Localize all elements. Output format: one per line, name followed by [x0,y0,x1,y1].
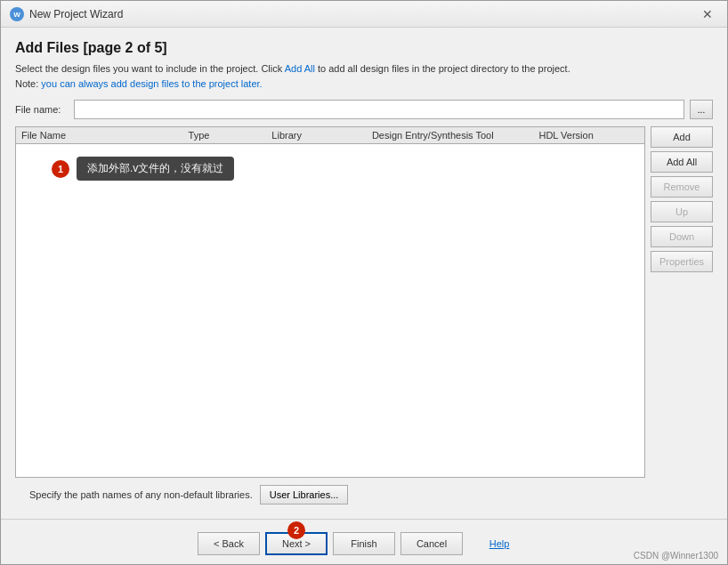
add-button[interactable]: Add [651,126,713,148]
finish-button[interactable]: Finish [333,532,395,555]
sidebar-buttons: Add Add All Remove Up Down Properties [651,126,713,478]
table-header: File Name Type Library Design Entry/Synt… [16,127,644,144]
file-label: File name: [15,104,69,115]
user-libraries-button[interactable]: User Libraries... [260,485,349,504]
col-type: Type [189,130,272,141]
watermark: CSDN @Winner1300 [634,551,718,561]
desc-line2-highlight: you can always add design files to the p… [41,78,262,89]
footer: < Back 2 Next > Finish Cancel Help CSDN … [1,527,727,564]
up-button[interactable]: Up [651,201,713,222]
add-all-button[interactable]: Add All [651,151,713,173]
help-button[interactable]: Help [468,532,530,555]
new-project-wizard-dialog: W New Project Wizard ✕ Add Files [page 2… [0,0,728,565]
dialog-title: New Project Wizard [29,8,123,20]
footer-divider [1,519,727,520]
back-button[interactable]: < Back [198,532,260,555]
properties-button[interactable]: Properties [651,251,713,272]
annotation-1: 1 添加外部.v文件的，没有就过 [52,157,234,181]
file-name-row: File name: ... [15,100,713,119]
svg-text:W: W [13,11,20,19]
bottom-text: Specify the path names of any non-defaul… [29,489,253,500]
remove-button[interactable]: Remove [651,176,713,198]
bottom-bar: Specify the path names of any non-defaul… [15,478,713,510]
browse-button[interactable]: ... [690,100,713,119]
titlebar-left: W New Project Wizard [10,7,123,21]
file-input[interactable] [74,100,684,119]
description: Select the design files you want to incl… [15,61,713,91]
annotation-tooltip: 添加外部.v文件的，没有就过 [77,157,234,181]
main-area: File Name Type Library Design Entry/Synt… [15,126,713,478]
col-library: Library [271,130,372,141]
next-badge: 2 [287,521,305,539]
dialog-content: Add Files [page 2 of 5] Select the desig… [1,28,727,519]
col-design: Design Entry/Synthesis Tool [372,130,539,141]
desc-line1: Select the design files you want to incl… [15,63,285,74]
annotation-badge-1: 1 [52,160,69,178]
desc-highlight: Add All [285,63,315,74]
desc-line1-end: to add all design files in the project d… [315,63,570,74]
titlebar: W New Project Wizard ✕ [1,1,727,28]
table-body: 1 添加外部.v文件的，没有就过 [16,144,644,477]
wizard-icon: W [10,7,24,21]
next-btn-wrapper: 2 Next > [265,532,328,555]
down-button[interactable]: Down [651,226,713,247]
col-filename: File Name [21,130,189,141]
cancel-button[interactable]: Cancel [400,532,463,555]
close-button[interactable]: ✕ [697,6,718,22]
col-hdl: HDL Version [538,130,639,141]
desc-line2-prefix: Note: [15,78,41,89]
file-table: File Name Type Library Design Entry/Synt… [15,126,645,478]
page-heading: Add Files [page 2 of 5] [15,40,713,56]
